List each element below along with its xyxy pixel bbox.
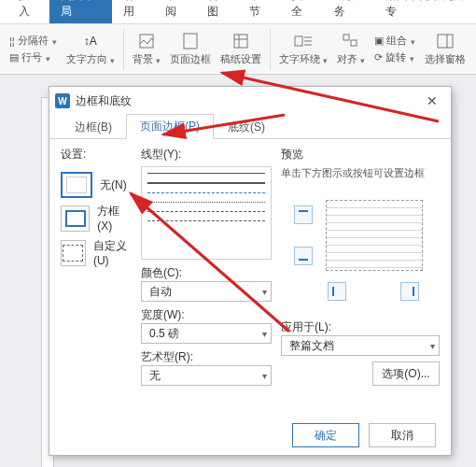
preset-label: 自定义(U) — [93, 238, 132, 267]
color-combo[interactable]: 自动▾ — [141, 281, 272, 302]
svg-rect-10 — [351, 40, 357, 46]
line-style-option[interactable] — [147, 173, 265, 174]
line-style-option[interactable] — [147, 182, 265, 184]
paper-setup-icon — [231, 32, 250, 50]
ribbon-tab[interactable]: 章节 — [238, 0, 280, 23]
border-bottom-toggle[interactable] — [294, 247, 313, 265]
ribbon-text-direction[interactable]: ↕A 文字方向 — [63, 30, 119, 68]
art-value: 无 — [149, 368, 161, 384]
ribbon-linenum-label: 行号 — [21, 50, 42, 64]
dialog-tab[interactable]: 底纹(S) — [214, 115, 279, 139]
preset-custom[interactable]: 自定义(U) — [61, 238, 132, 267]
ribbon-papersetup-label: 稿纸设置 — [220, 52, 261, 66]
chevron-down-icon: ▾ — [430, 341, 435, 351]
preset-icon — [61, 205, 90, 232]
ribbon-bg-label: 背景 — [133, 52, 153, 66]
linenum-icon: ▤ — [9, 51, 19, 64]
border-top-toggle[interactable] — [294, 205, 313, 224]
ribbon-text-wrap[interactable]: 文字环绕 — [275, 30, 331, 68]
chevron-down-icon: ▾ — [262, 287, 267, 297]
separator — [270, 29, 271, 70]
separator — [123, 29, 124, 70]
ribbon-tabstrip: 插入页面布局引用审阅视图章节安全云服务潮州市党政机关专 — [0, 0, 476, 24]
ribbon-tab[interactable]: 页面布局 — [49, 0, 111, 23]
chevron-down-icon: ▾ — [262, 329, 267, 339]
line-style-option[interactable] — [147, 202, 265, 203]
ribbon-group-arrange[interactable]: ▣组合 ⟳旋转 — [371, 32, 419, 66]
dialog-footer: 确定 取消 — [49, 416, 451, 455]
text-direction-icon: ↕A — [81, 32, 100, 50]
ribbon-background[interactable]: 背景 — [129, 30, 164, 68]
close-button[interactable]: ✕ — [419, 91, 445, 111]
svg-rect-9 — [343, 35, 349, 40]
applyto-value: 整篇文档 — [289, 338, 334, 354]
ribbon-tab[interactable]: 插入 — [7, 0, 49, 23]
ribbon-align-label: 对齐 — [337, 52, 357, 66]
app-icon: W — [55, 93, 70, 108]
preview-area — [281, 185, 440, 306]
ok-button[interactable]: 确定 — [292, 423, 359, 447]
svg-rect-5 — [295, 36, 302, 46]
preset-box[interactable]: 方框(X) — [61, 204, 132, 233]
preset-icon — [61, 172, 92, 198]
line-style-option[interactable] — [147, 220, 265, 221]
preview-header: 预览 — [281, 147, 440, 163]
settings-header: 设置: — [61, 147, 132, 163]
ribbon: ¦¦分隔符 ▤行号 ↕A 文字方向 背景 页面边框 稿纸设置 文字环绕 对齐 ▣… — [0, 24, 476, 75]
ribbon-selection-pane[interactable]: 选择窗格 — [421, 30, 469, 68]
dialog-tab[interactable]: 页面边框(P) — [126, 114, 214, 139]
ribbon-tab[interactable]: 视图 — [196, 0, 238, 23]
ribbon-tab[interactable]: 安全 — [280, 0, 322, 23]
selection-pane-icon — [436, 32, 455, 50]
preview-hint: 单击下方图示或按钮可设置边框 — [281, 166, 440, 179]
preset-none[interactable]: 无(N) — [61, 172, 132, 198]
border-right-toggle[interactable] — [400, 282, 419, 301]
dialog-body: 设置: 无(N)方框(X)自定义(U) 线型(Y): 颜色(C): 自动▾ 宽度… — [49, 139, 451, 416]
dialog-tab[interactable]: 边框(B) — [61, 115, 126, 139]
ribbon-pageborder-label: 页面边框 — [170, 52, 211, 66]
linestyle-header: 线型(Y): — [141, 147, 272, 163]
ribbon-tab[interactable]: 云服务 — [323, 0, 375, 23]
color-value: 自动 — [149, 284, 172, 300]
applyto-combo[interactable]: 整篇文档▾ — [281, 335, 440, 356]
ribbon-textdir-label: 文字方向 — [66, 52, 107, 66]
ribbon-tab[interactable]: 审阅 — [154, 0, 196, 23]
ribbon-paper-setup[interactable]: 稿纸设置 — [217, 30, 265, 68]
chevron-down-icon: ▾ — [262, 371, 267, 381]
border-left-toggle[interactable] — [328, 282, 346, 301]
page-border-icon — [181, 32, 200, 50]
page-preview[interactable] — [326, 200, 423, 271]
text-wrap-icon — [294, 32, 313, 50]
ribbon-tab[interactable]: 引用 — [112, 0, 154, 23]
dialog-tabs: 边框(B)页面边框(P)底纹(S) — [49, 115, 451, 139]
svg-rect-2 — [234, 35, 247, 48]
options-button[interactable]: 选项(O)... — [372, 361, 440, 386]
borders-and-shading-dialog: W 边框和底纹 ✕ 边框(B)页面边框(P)底纹(S) 设置: 无(N)方框(X… — [49, 86, 452, 456]
line-style-option[interactable] — [147, 211, 265, 212]
rotate-icon: ⟳ — [374, 51, 383, 64]
svg-rect-1 — [184, 34, 197, 49]
ribbon-group-label: 组合 — [386, 34, 407, 48]
ribbon-page-border[interactable]: 页面边框 — [166, 30, 215, 68]
line-style-option[interactable] — [147, 192, 265, 193]
preset-label: 方框(X) — [97, 204, 132, 233]
width-combo[interactable]: 0.5 磅▾ — [141, 323, 272, 344]
ribbon-group-breaks[interactable]: ¦¦分隔符 ▤行号 — [6, 32, 61, 66]
ribbon-tab[interactable]: 潮州市党政机关专 — [374, 0, 476, 23]
svg-rect-0 — [140, 35, 153, 48]
group-icon: ▣ — [374, 35, 384, 47]
dialog-titlebar: W 边框和底纹 ✕ — [49, 87, 451, 115]
preset-label: 无(N) — [100, 177, 127, 193]
art-combo[interactable]: 无▾ — [141, 365, 272, 386]
ribbon-align[interactable]: 对齐 — [333, 30, 369, 68]
cancel-button[interactable]: 取消 — [369, 423, 436, 447]
width-value: 0.5 磅 — [149, 326, 179, 342]
line-style-list[interactable] — [141, 166, 272, 260]
art-header: 艺术型(R): — [141, 349, 272, 365]
background-icon — [137, 32, 156, 50]
applyto-header: 应用于(L): — [281, 319, 440, 335]
ribbon-breaks-label: 分隔符 — [18, 34, 49, 48]
dialog-title: 边框和底纹 — [76, 93, 419, 109]
ribbon-textwrap-label: 文字环绕 — [279, 52, 320, 66]
preset-icon — [61, 240, 86, 266]
